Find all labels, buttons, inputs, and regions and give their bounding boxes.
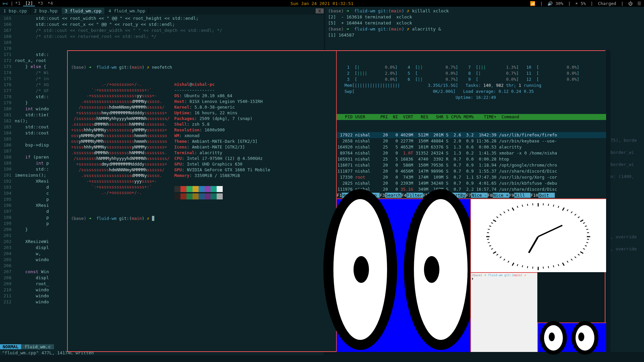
xclock-window[interactable] [470, 198, 606, 272]
tab-fluid_wm.cpp[interactable]: 3 fluid_wm.cpp [61, 8, 105, 14]
eye-right [404, 189, 478, 350]
brightness: ☀ 5% [575, 1, 586, 6]
wifi-icon: 📶 [530, 1, 535, 6]
neofetch-info: nishal@nishal-pc ---------------- OS: Ub… [174, 81, 270, 201]
tab-fluid_wm.hpp[interactable]: 4 fluid_wm.hpp [105, 8, 149, 14]
terminal-upper-right[interactable]: (base) ➜ fluid-wm git:(main) ✗ killall x… [325, 7, 644, 50]
menu-icon[interactable]: ☰ [637, 1, 641, 6]
process-row[interactable]: 17330 root 20 0 743M 174M 109M S 0.7 1.1… [337, 174, 606, 180]
eye-left-small [540, 321, 567, 355]
workspace-1[interactable]: *1 [13, 1, 22, 6]
htop-header[interactable]: PID USER PRI NI VIRT RES SHR S CPU% MEM%… [337, 114, 606, 120]
neofetch-ascii: .-/+oossssoo+/-. `:+ssssssssssssssssss+:… [71, 81, 170, 201]
process-row[interactable]: 2658 nishal 20 0 2277M 150M 48884 S 2.0 … [337, 138, 606, 144]
eye-left [323, 189, 397, 350]
battery: Charged [598, 1, 616, 6]
clock-face [484, 202, 592, 269]
mini-terminal[interactable]: (base) ➜ fluid-wm git:(main) ✗▮ [470, 272, 537, 352]
process-row[interactable]: 89764 nishal 20 0 1.0T 31352 24324 S 1.3… [337, 150, 606, 156]
floating-group: (base) ➜ fluid-wm git:(main) ✗ neofetch … [67, 50, 605, 352]
htop-window[interactable]: 1 [| 0.0%] 4 [|| 0.7%] 7 [||| 1.3%] 10 [… [336, 51, 606, 198]
eye-right-small [572, 321, 598, 355]
process-row[interactable]: 116071 nishal 20 0 586M 150M 79536 S 0.7… [337, 162, 606, 168]
process-row[interactable]: 111976 nishal 20 0 35.1G 349M 169M S 0.7… [337, 186, 606, 192]
tab-bsp.hpp[interactable]: 2 bsp.hpp [31, 8, 61, 14]
process-row[interactable]: 111877 nishal 20 0 4656M 147M 98996 S 0.… [337, 168, 606, 174]
workspace-2[interactable]: [2] [23, 1, 35, 6]
vim-mode: NORMAL [0, 344, 21, 349]
tab-bsp.cpp[interactable]: 1 bsp.cpp [0, 8, 31, 14]
volume: 🔊 30% [547, 1, 563, 6]
xmonad-icon: ⊳< [3, 1, 8, 6]
process-row[interactable]: 165931 nishal 25 5 16836 4740 3392 R 0.7… [337, 156, 606, 162]
close-button[interactable]: X [316, 8, 324, 13]
xeyes-small[interactable] [537, 322, 606, 352]
htop-fkeys[interactable]: F1Help F2Setup F3SearchF4FilterF5Tree F6… [337, 192, 606, 198]
power-icon[interactable]: ⏻ [628, 1, 633, 6]
workspace-3[interactable]: *3 [36, 1, 45, 6]
process-row[interactable]: 164920 nishal 25 5 4652M 101M 63376 S 1.… [337, 144, 606, 150]
process-row[interactable]: 17922 nishal 20 0 4029M 512M 201M S 2.6 … [337, 132, 606, 138]
clock: Sun Jan 24 2021 01:32:51 [290, 1, 354, 6]
background-code: 75), borde border_wi border_wi n: (1400,… [610, 50, 644, 352]
neofetch-terminal[interactable]: (base) ➜ fluid-wm git:(main) ✗ neofetch … [68, 51, 336, 351]
status-file: fluid_wm.c [21, 344, 54, 349]
editor-tabs: 1 bsp.cpp 2 bsp.hpp 3 fluid_wm.cpp 4 flu… [0, 7, 324, 15]
workspace-4[interactable]: *4 [46, 1, 55, 6]
workspace-list: *1[2]*3*4 [13, 1, 55, 6]
xeyes-window[interactable] [336, 198, 470, 352]
process-row[interactable]: 2825 nishal 20 0 2393M 149M 34240 S 0.7 … [337, 180, 606, 186]
